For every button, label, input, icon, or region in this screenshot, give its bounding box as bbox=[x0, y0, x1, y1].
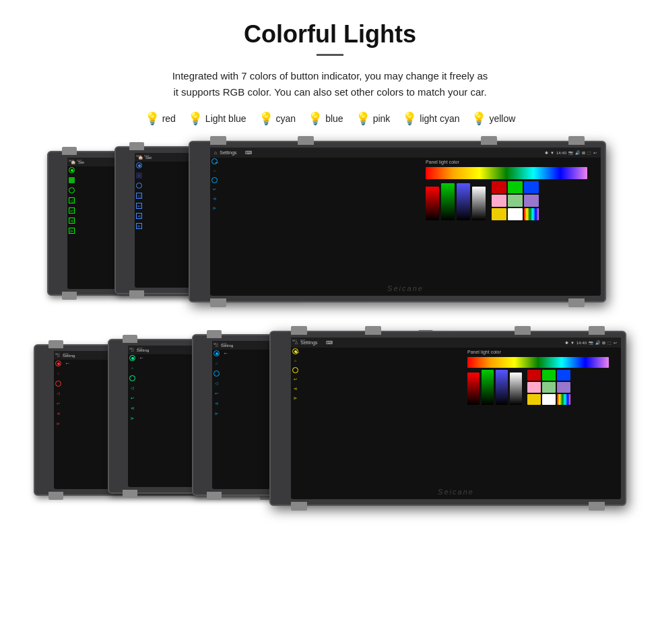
watermark-top: Seicane bbox=[387, 284, 424, 292]
bulb-blue-icon: 💡 bbox=[308, 111, 323, 126]
color-label-yellow: yellow bbox=[489, 113, 515, 124]
device-bottom-4: ⌂Settings⌨ ✱▼14:40📷🔊⊠⬚↩ MIC RST ← ⌂ ↩ ⊲ … bbox=[269, 331, 626, 506]
color-item-blue: 💡 blue bbox=[308, 111, 343, 126]
bulb-cyan-icon: 💡 bbox=[259, 111, 273, 126]
color-label-blue: blue bbox=[325, 113, 343, 124]
bulb-lightblue-icon: 💡 bbox=[188, 111, 203, 126]
color-indicators: 💡 red 💡 Light blue 💡 cyan 💡 blue 💡 pink … bbox=[27, 111, 633, 126]
color-item-pink: 💡 pink bbox=[356, 111, 391, 126]
header-divider bbox=[317, 54, 343, 56]
bulb-yellow-icon: 💡 bbox=[471, 111, 486, 126]
device-top-3: ⌂Settings⌨ ✱▼14:40📷🔊⊠⬚↩ ← ⌂ ↩ ⊲ ⊳ Panel … bbox=[189, 141, 606, 302]
bulb-pink-icon: 💡 bbox=[356, 111, 370, 126]
color-label-lightcyan: light cyan bbox=[420, 113, 459, 124]
color-item-red: 💡 red bbox=[145, 111, 176, 126]
color-item-cyan: 💡 cyan bbox=[259, 111, 296, 126]
panel-label-top: Panel light color bbox=[426, 160, 594, 164]
color-item-yellow: 💡 yellow bbox=[471, 111, 515, 126]
panel-label-bottom: Panel light color bbox=[467, 350, 616, 354]
page-title: Colorful Lights bbox=[27, 20, 633, 49]
page-container: Colorful Lights Integrated with 7 colors… bbox=[0, 0, 660, 536]
bulb-lightcyan-icon: 💡 bbox=[402, 111, 417, 126]
watermark-bottom: Seicane bbox=[438, 488, 474, 496]
color-label-cyan: cyan bbox=[276, 113, 296, 124]
bottom-devices-section: ⌂Setting MIC RST ⌂ ◁ ↩ ⊲ ⊳ ← bbox=[27, 331, 633, 523]
top-devices-section: 🏠Set ⌂ ◁ ↩ ⊲ ⊳ MIC RST bbox=[34, 141, 626, 323]
header-description: Integrated with 7 colors of button indic… bbox=[27, 68, 633, 100]
color-label-lightblue: Light blue bbox=[205, 113, 246, 124]
color-label-pink: pink bbox=[373, 113, 391, 124]
color-item-lightblue: 💡 Light blue bbox=[188, 111, 246, 126]
color-label-red: red bbox=[162, 113, 176, 124]
bulb-red-icon: 💡 bbox=[145, 111, 160, 126]
color-item-lightcyan: 💡 light cyan bbox=[402, 111, 459, 126]
